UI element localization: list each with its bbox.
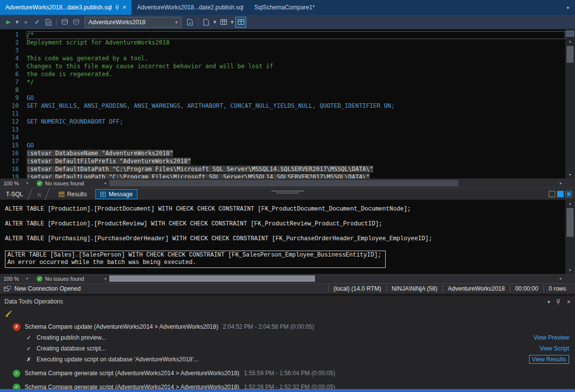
link-view-script[interactable]: View Script bbox=[539, 345, 569, 352]
message-line: ALTER TABLE [Production].[ProductDocumen… bbox=[5, 206, 565, 213]
sql-editor-toolbar: ▶ ▾ ■ ✓ AdventureWorks2018 ▾ ▾ ▾ bbox=[0, 15, 575, 29]
operation-row[interactable]: ✗Schema Compare update (AdventureWorks20… bbox=[0, 321, 575, 332]
editor-lines[interactable]: 1/*2Deployment script for AdventureWorks… bbox=[0, 30, 565, 178]
code-line: 18:setvar DefaultDataPath "C:\Program Fi… bbox=[0, 166, 565, 174]
messages-vertical-scrollbar[interactable]: ▴ ▾ bbox=[565, 200, 575, 274]
close-icon[interactable]: × bbox=[567, 298, 571, 305]
window-menu-chevron-icon[interactable]: ▾ bbox=[547, 299, 550, 305]
line-content: */ bbox=[27, 79, 565, 87]
scrollbar-track[interactable] bbox=[565, 207, 575, 266]
scroll-down-icon[interactable]: ▾ bbox=[565, 266, 575, 274]
link-view-preview[interactable]: View Preview bbox=[533, 334, 569, 341]
operation-title: Schema Compare generate script (Adventur… bbox=[25, 384, 239, 389]
scrollbar-thumb[interactable] bbox=[567, 46, 574, 63]
line-content: /* bbox=[27, 31, 565, 39]
scrollbar-track[interactable] bbox=[109, 274, 557, 283]
error-status-icon: ✗ bbox=[13, 323, 20, 331]
code-line: 16:setvar DatabaseName "AdventureWorks20… bbox=[0, 150, 565, 158]
scroll-down-icon[interactable]: ▾ bbox=[565, 171, 575, 178]
scroll-right-icon[interactable]: ▸ bbox=[557, 276, 565, 281]
stop-button[interactable]: ■ bbox=[20, 17, 31, 28]
row-count: 0 rows bbox=[543, 285, 571, 292]
query-plan-icon[interactable] bbox=[43, 17, 54, 28]
execute-dropdown-icon[interactable]: ▾ bbox=[14, 17, 20, 28]
zoom-value: 100 % bbox=[3, 180, 19, 186]
editor-issues-status: ✓ No issues found bbox=[32, 180, 89, 186]
zoom-value: 100 % bbox=[3, 276, 19, 282]
scroll-up-icon[interactable]: ▴ bbox=[565, 38, 575, 45]
tab-publish-script-3[interactable]: AdventureWorks2018...date3.publish.sql × bbox=[0, 0, 132, 15]
line-number: 11 bbox=[0, 110, 27, 118]
pin-icon[interactable] bbox=[115, 5, 119, 10]
split-pane-icon[interactable] bbox=[557, 191, 564, 197]
line-number: 3 bbox=[0, 47, 27, 55]
results-to-grid-icon[interactable] bbox=[218, 17, 229, 28]
document-tab-bar: AdventureWorks2018...date3.publish.sql ×… bbox=[0, 0, 575, 15]
scrollbar-corner bbox=[565, 274, 575, 283]
line-content: the code is regenerated. bbox=[27, 71, 565, 79]
editor-vertical-scrollbar[interactable]: ▴ ▾ bbox=[565, 30, 575, 178]
scrollbar-thumb[interactable] bbox=[109, 180, 458, 186]
operation-step: ✓Creating publish preview...View Preview bbox=[0, 332, 575, 343]
close-icon[interactable]: × bbox=[123, 4, 126, 10]
chevron-down-icon: ▾ bbox=[26, 276, 28, 281]
messages-pane[interactable]: ALTER TABLE [Production].[ProductDocumen… bbox=[0, 200, 565, 274]
database-combo[interactable]: AdventureWorks2018 ▾ bbox=[85, 17, 181, 28]
line-content bbox=[27, 126, 565, 134]
message-tab-label: Message bbox=[109, 191, 133, 198]
step-cross-icon: ✗ bbox=[26, 356, 32, 363]
tab-list-chevron-icon[interactable]: ▾ bbox=[561, 0, 575, 15]
server-info: (local) (14.0 RTM) bbox=[328, 285, 386, 292]
operation-step: ✗Executing update script on database 'Ad… bbox=[0, 354, 575, 365]
line-content: This code was generated by a tool. bbox=[27, 55, 565, 63]
scrollbar-thumb[interactable] bbox=[109, 275, 315, 282]
tab-publish-script-2[interactable]: AdventureWorks2018...date2.publish.sql bbox=[132, 0, 249, 15]
results-dropdown-icon[interactable]: ▾ bbox=[229, 17, 235, 28]
tab-message[interactable]: Message bbox=[95, 189, 138, 199]
panel-title: Data Tools Operations bbox=[4, 298, 63, 305]
disconnect-database-icon[interactable] bbox=[71, 17, 82, 28]
scrollbar-track[interactable] bbox=[565, 45, 575, 171]
tab-results[interactable]: Results bbox=[54, 189, 91, 199]
parse-check-button[interactable]: ✓ bbox=[32, 17, 43, 28]
operation-time: 1:55:59 PM - 1:56:04 PM (0:00:05) bbox=[244, 370, 335, 377]
new-query-icon[interactable] bbox=[184, 17, 195, 28]
connect-database-icon[interactable] bbox=[59, 17, 70, 28]
scrollbar-track[interactable] bbox=[109, 178, 557, 188]
messages-issues-status: ✓ No issues found bbox=[32, 276, 89, 282]
tsql-tab: T-SQL bbox=[0, 191, 27, 198]
scroll-left-icon[interactable]: ◂ bbox=[101, 276, 109, 281]
scrollbar-thumb[interactable] bbox=[567, 208, 574, 237]
sqlcmd-mode-toggle[interactable] bbox=[235, 17, 246, 28]
maximize-pane-icon[interactable] bbox=[566, 191, 572, 197]
message-line: ALTER TABLE [Purchasing].[PurchaseOrderH… bbox=[5, 235, 565, 243]
operation-row[interactable]: ✓Schema Compare generate script (Adventu… bbox=[0, 368, 575, 379]
scrollbar-corner bbox=[565, 178, 575, 188]
step-label: Creating publish preview... bbox=[37, 334, 106, 341]
pin-icon[interactable] bbox=[556, 299, 560, 305]
clear-completed-icon[interactable] bbox=[5, 310, 12, 317]
messages-zoom-select[interactable]: 100 % ▾ bbox=[0, 274, 32, 283]
save-results-icon[interactable] bbox=[201, 17, 212, 28]
scroll-left-icon[interactable]: ◂ bbox=[101, 181, 109, 185]
issues-label: No issues found bbox=[45, 180, 84, 186]
execute-button[interactable]: ▶ bbox=[3, 17, 14, 28]
step-label: Creating database script... bbox=[37, 345, 106, 352]
editor-zoom-select[interactable]: 100 % ▾ bbox=[0, 178, 32, 188]
user-info: NINJA\NiNjA (58) bbox=[386, 285, 442, 292]
single-pane-icon[interactable] bbox=[549, 191, 555, 197]
scroll-up-icon[interactable]: ▴ bbox=[565, 200, 575, 207]
link-view-results[interactable]: View Results bbox=[529, 355, 569, 364]
line-number: 13 bbox=[0, 126, 27, 134]
tab-schema-compare[interactable]: SqlSchemaCompare1* bbox=[249, 0, 320, 15]
splitter-grip-icon[interactable] bbox=[271, 191, 304, 193]
splitter-handle-icon[interactable] bbox=[566, 31, 574, 37]
operation-row[interactable]: ✓Schema Compare generate script (Adventu… bbox=[0, 382, 575, 389]
panel-toolbar bbox=[0, 307, 575, 320]
editor-horizontal-scrollbar[interactable]: ◂ ▸ bbox=[101, 178, 575, 188]
messages-horizontal-scrollbar[interactable]: ◂ ▸ bbox=[101, 274, 575, 283]
tab-divider bbox=[44, 188, 50, 200]
scroll-right-icon[interactable]: ▸ bbox=[557, 181, 565, 185]
sort-icon[interactable]: ↑↓ bbox=[33, 191, 44, 197]
save-results-dropdown-icon[interactable]: ▾ bbox=[212, 17, 218, 28]
